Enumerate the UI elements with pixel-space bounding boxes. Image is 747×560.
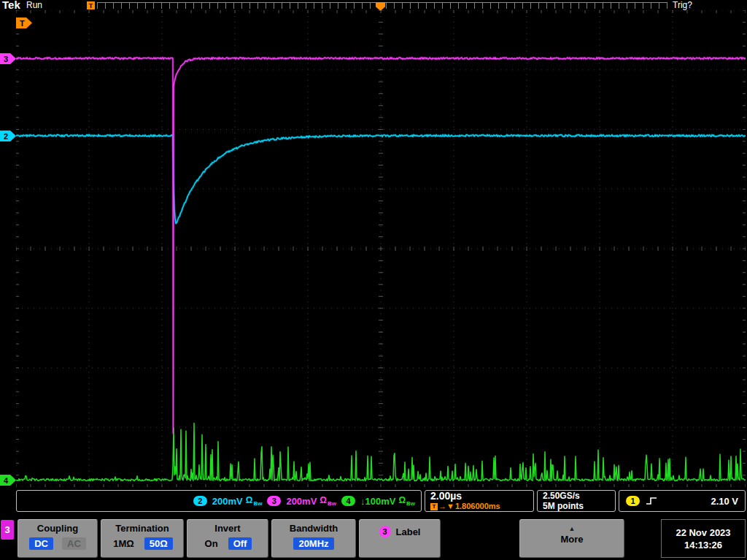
time-value: 14:13:26 (684, 539, 722, 551)
trigger-level-value: 2.10 V (711, 496, 738, 507)
channel4-level-marker[interactable]: 4 (0, 475, 16, 486)
ch4-scale: ↓100mV (360, 496, 395, 507)
tek-logo: Tek (2, 0, 20, 11)
ch2-scale: 200mV (212, 496, 243, 507)
bandwidth-title: Bandwidth (290, 523, 338, 534)
rising-edge-icon (646, 496, 657, 506)
trigger-source-badge[interactable]: 1 (626, 496, 640, 506)
invert-on-option[interactable]: On (204, 537, 220, 550)
ch2-trace (16, 135, 746, 224)
termination-button[interactable]: Termination 1MΩ 50Ω (101, 519, 184, 558)
invert-button[interactable]: Invert On Off (187, 519, 268, 558)
coupling-ac-option[interactable]: AC (62, 537, 86, 550)
bottom-menu-bar: 3 Coupling DC AC Termination 1MΩ 50Ω Inv… (0, 516, 747, 560)
timebase-delay: T →▼ 1.806000ms (430, 502, 500, 511)
sample-rate: 2.50GS/s (543, 491, 580, 501)
ch3-bw-indicator: Bw (328, 500, 336, 507)
more-up-arrow-icon: ▲ (569, 526, 576, 532)
datetime-display: 22 Nov 2023 14:13:26 (661, 519, 746, 558)
delay-arrow-icon: →▼ (438, 502, 454, 511)
termination-1m-option[interactable]: 1MΩ (112, 537, 135, 550)
label-title: Label (396, 526, 421, 537)
bandwidth-value[interactable]: 20MHz (293, 537, 333, 550)
trigger-status: Trig? (673, 0, 692, 10)
timebase-readout-box[interactable]: 2.00µs T →▼ 1.806000ms (425, 490, 534, 512)
timebase-scale: 2.00µs (430, 491, 462, 502)
bandwidth-button[interactable]: Bandwidth 20MHz (271, 519, 356, 558)
termination-title: Termination (115, 523, 169, 534)
graticule (16, 10, 746, 487)
waveform-display (16, 10, 746, 487)
grid-ticks (16, 10, 746, 487)
invert-off-option[interactable]: Off (228, 537, 252, 550)
ch4-impedance: ΩBw (398, 495, 415, 507)
ch2-impedance: ΩBw (246, 495, 263, 507)
record-length: 5M points (543, 501, 584, 511)
coupling-dc-option[interactable]: DC (29, 537, 53, 550)
termination-50-option[interactable]: 50Ω (144, 537, 173, 550)
ch3-impedance: ΩBw (320, 495, 336, 507)
delay-value: 1.806000ms (455, 502, 500, 511)
ch2-trace-fuzz (16, 135, 746, 224)
label-channel-badge: 3 (379, 526, 391, 537)
menu-channel-tab: 3 (1, 520, 14, 540)
acquisition-readout-box[interactable]: 2.50GS/s 5M points (537, 490, 616, 512)
ch3-trace (16, 58, 746, 433)
ch3-trace-fuzz (16, 58, 746, 433)
coupling-button[interactable]: Coupling DC AC (18, 519, 98, 558)
ch4-bw-indicator: Bw (406, 500, 415, 507)
record-trigger-icon: T (87, 1, 95, 9)
label-button[interactable]: 3 Label (359, 519, 441, 558)
oscilloscope-screen: Tek Run T Trig? T 3 2 4 2 200mV ΩBw 3 20… (0, 0, 747, 560)
header-bar: Tek Run T Trig? (0, 0, 747, 10)
channel3-level-marker[interactable]: 3 (0, 53, 16, 64)
ch4-badge[interactable]: 4 (341, 496, 355, 506)
acquisition-status: Run (26, 0, 42, 10)
coupling-title: Coupling (37, 523, 78, 534)
channel2-level-marker[interactable]: 2 (0, 131, 16, 141)
ch2-badge[interactable]: 2 (193, 496, 207, 506)
ch4-trace (16, 423, 746, 481)
more-title: More (560, 534, 583, 545)
invert-title: Invert (214, 523, 240, 534)
ch2-bw-indicator: Bw (253, 500, 262, 507)
ch3-badge[interactable]: 3 (267, 496, 281, 506)
delay-t-icon: T (430, 503, 438, 510)
trigger-readout-box[interactable]: 1 2.10 V (619, 490, 746, 512)
date-value: 22 Nov 2023 (676, 526, 730, 539)
channel-readout-box[interactable]: 2 200mV ΩBw 3 200mV ΩBw 4 ↓100mV ΩBw (16, 490, 422, 512)
ch3-scale: 200mV (286, 496, 317, 507)
more-button[interactable]: ▲ More (519, 519, 624, 558)
